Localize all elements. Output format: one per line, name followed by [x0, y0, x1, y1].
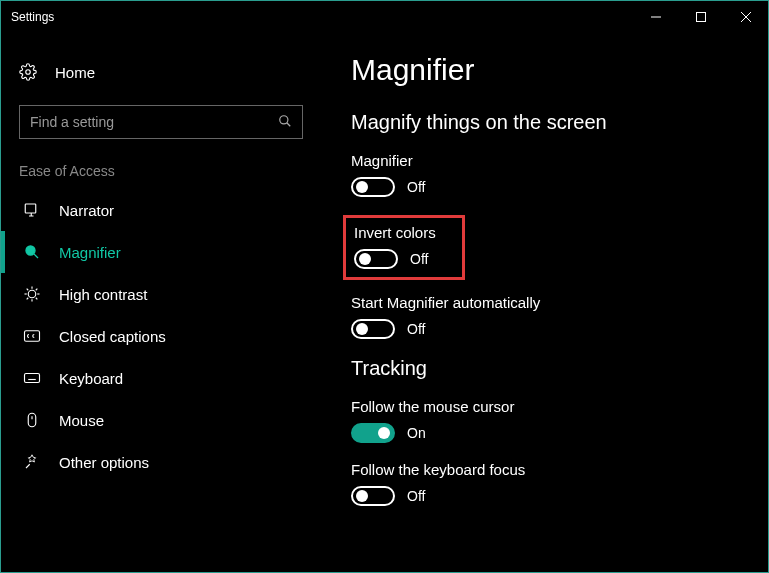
toggle-invert-colors[interactable] [354, 249, 398, 269]
svg-line-18 [36, 298, 38, 300]
svg-point-4 [26, 70, 31, 75]
sidebar-item-keyboard[interactable]: Keyboard [1, 357, 321, 399]
highlight-invert-colors: Invert colors Off [343, 215, 465, 280]
search-icon [278, 114, 292, 131]
sidebar-item-label: Other options [59, 454, 149, 471]
setting-follow-mouse: Follow the mouse cursor On [351, 398, 738, 443]
toggle-state: Off [407, 179, 425, 195]
setting-auto-start: Start Magnifier automatically Off [351, 294, 738, 339]
toggle-state: On [407, 425, 426, 441]
setting-label: Follow the keyboard focus [351, 461, 738, 478]
sidebar-item-closed-captions[interactable]: Closed captions [1, 315, 321, 357]
sidebar-item-label: Narrator [59, 202, 114, 219]
svg-point-12 [28, 290, 36, 298]
svg-line-17 [27, 289, 29, 291]
sidebar-item-other-options[interactable]: Other options [1, 441, 321, 483]
home-label: Home [55, 64, 95, 81]
toggle-state: Off [407, 488, 425, 504]
sidebar-item-label: Keyboard [59, 370, 123, 387]
sidebar-item-magnifier[interactable]: Magnifier [1, 231, 321, 273]
svg-rect-22 [25, 374, 40, 383]
narrator-icon [23, 201, 41, 219]
window-title: Settings [11, 10, 633, 24]
sidebar-item-label: Magnifier [59, 244, 121, 261]
minimize-button[interactable] [633, 1, 678, 33]
search-box[interactable] [19, 105, 303, 139]
sidebar: Home Ease of Access Narrator Magnifier [1, 33, 321, 572]
maximize-button[interactable] [678, 1, 723, 33]
toggle-auto-start[interactable] [351, 319, 395, 339]
svg-point-5 [280, 115, 288, 123]
sidebar-item-narrator[interactable]: Narrator [1, 189, 321, 231]
sidebar-item-label: Closed captions [59, 328, 166, 345]
gear-icon [19, 63, 37, 81]
search-input[interactable] [30, 114, 278, 130]
toggle-magnifier[interactable] [351, 177, 395, 197]
sidebar-item-mouse[interactable]: Mouse [1, 399, 321, 441]
setting-label: Invert colors [354, 224, 454, 241]
section-title-tracking: Tracking [351, 357, 738, 380]
setting-follow-keyboard: Follow the keyboard focus Off [351, 461, 738, 506]
toggle-follow-keyboard[interactable] [351, 486, 395, 506]
section-title-magnify: Magnify things on the screen [351, 111, 738, 134]
setting-magnifier: Magnifier Off [351, 152, 738, 197]
magnifier-icon [23, 243, 41, 261]
sidebar-item-label: High contrast [59, 286, 147, 303]
sidebar-item-label: Mouse [59, 412, 104, 429]
svg-line-9 [34, 254, 38, 258]
svg-rect-1 [696, 13, 705, 22]
close-button[interactable] [723, 1, 768, 33]
other-options-icon [23, 453, 41, 471]
high-contrast-icon [23, 285, 41, 303]
setting-label: Magnifier [351, 152, 738, 169]
page-title: Magnifier [351, 53, 738, 87]
svg-line-19 [27, 298, 29, 300]
mouse-icon [23, 411, 41, 429]
closed-captions-icon [23, 327, 41, 345]
home-link[interactable]: Home [1, 53, 321, 91]
titlebar: Settings [1, 1, 768, 33]
svg-rect-7 [25, 204, 36, 213]
toggle-state: Off [410, 251, 428, 267]
main-panel: Magnifier Magnify things on the screen M… [321, 33, 768, 572]
setting-label: Start Magnifier automatically [351, 294, 738, 311]
category-label: Ease of Access [1, 163, 321, 189]
toggle-state: Off [407, 321, 425, 337]
sidebar-item-high-contrast[interactable]: High contrast [1, 273, 321, 315]
toggle-follow-mouse[interactable] [351, 423, 395, 443]
keyboard-icon [23, 369, 41, 387]
svg-line-6 [287, 122, 291, 126]
svg-line-20 [36, 289, 38, 291]
setting-label: Follow the mouse cursor [351, 398, 738, 415]
svg-rect-28 [28, 413, 36, 427]
svg-rect-21 [25, 331, 40, 342]
